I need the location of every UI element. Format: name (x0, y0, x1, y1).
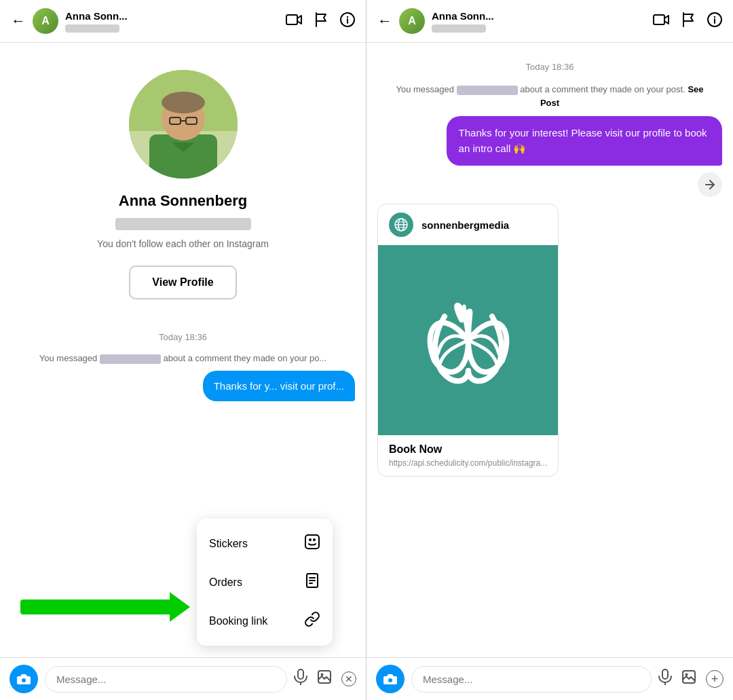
mic-icon-left[interactable] (294, 669, 307, 689)
svg-point-8 (162, 92, 205, 113)
popup-menu: Stickers Orders (197, 519, 333, 646)
svg-point-19 (22, 678, 26, 682)
blurred-name-right (457, 86, 518, 95)
right-header: ← A Anna Sonn... (366, 0, 733, 43)
svg-point-13 (309, 538, 312, 541)
left-header: ← A Anna Sonn... (0, 0, 366, 43)
gallery-icon-right[interactable] (681, 669, 696, 688)
right-message-area: Today 18:36 You messaged about a comment… (366, 43, 733, 657)
orders-icon (304, 572, 320, 592)
stickers-icon (304, 534, 320, 553)
svg-rect-20 (298, 669, 303, 679)
popup-booking-link[interactable]: Booking link (197, 602, 333, 640)
right-panel: ← A Anna Sonn... (366, 0, 733, 700)
system-text-before: You messaged (39, 353, 98, 363)
video-icon-left[interactable] (286, 14, 302, 29)
svg-point-14 (313, 538, 316, 541)
green-arrow (20, 592, 190, 622)
blurred-name-left (100, 354, 161, 364)
close-icon-left[interactable]: ✕ (341, 671, 356, 686)
flag-icon-right[interactable] (681, 12, 695, 31)
svg-rect-24 (654, 15, 664, 24)
orders-label: Orders (209, 576, 242, 589)
link-card-name: sonnenbergmedia (421, 219, 509, 231)
avatar-image-left: A (33, 8, 58, 34)
header-info-right: Anna Sonn... (432, 10, 646, 33)
right-timestamp: Today 18:36 (377, 62, 722, 72)
svg-point-27 (714, 16, 715, 17)
system-text-after: about a comment they made on your po... (164, 353, 327, 363)
svg-point-3 (347, 16, 348, 17)
message-input-right[interactable] (411, 666, 652, 693)
info-icon-right[interactable] (707, 12, 722, 31)
profile-section: Anna Sonnenberg You don't follow each ot… (0, 43, 366, 313)
right-system-message: You messaged about a comment they made o… (377, 83, 722, 109)
header-icons-right (653, 12, 722, 31)
header-sub-left (65, 24, 119, 33)
svg-rect-6 (149, 134, 217, 179)
camera-button-right[interactable] (376, 665, 405, 693)
header-icons-left (286, 12, 355, 31)
profile-name: Anna Sonnenberg (119, 192, 247, 210)
left-bubble-sent: Thanks for y... visit our prof... (203, 371, 355, 401)
svg-point-33 (388, 678, 392, 682)
arrow-head (170, 592, 190, 622)
right-system-text-before: You messaged (396, 84, 454, 94)
link-card-header: sonnenbergmedia (378, 204, 558, 245)
profile-username-bar (115, 218, 251, 230)
left-panel: ← A Anna Sonn... (0, 0, 366, 700)
plus-icon-right[interactable]: + (706, 670, 723, 688)
right-input-area: + (366, 657, 733, 700)
svg-rect-0 (286, 15, 297, 24)
header-info-left: Anna Sonn... (65, 10, 279, 33)
link-card-url: https://api.schedulicity.com/public/inst… (389, 458, 547, 468)
video-icon-right[interactable] (653, 14, 669, 29)
forward-area (698, 172, 722, 197)
right-system-text-after: about a comment they made on your post. (520, 84, 685, 94)
mic-icon-right[interactable] (658, 669, 672, 689)
profile-follow-text: You don't follow each other on Instagram (97, 238, 269, 249)
booking-link-icon (304, 611, 320, 631)
profile-big-avatar (129, 70, 238, 179)
popup-orders[interactable]: Orders (197, 563, 333, 602)
flag-icon-left[interactable] (314, 12, 328, 31)
forward-icon[interactable] (698, 172, 722, 197)
header-avatar-left: A (33, 8, 58, 34)
info-icon-left[interactable] (340, 12, 355, 31)
header-sub-right (432, 24, 486, 33)
back-button-right[interactable]: ← (377, 12, 392, 30)
message-input-left[interactable] (45, 666, 287, 693)
booking-link-label: Booking link (209, 615, 267, 627)
link-card[interactable]: sonnenbergmedia (377, 204, 559, 477)
view-profile-button[interactable]: View Profile (129, 265, 236, 299)
avatar-image-right: A (399, 8, 425, 34)
header-name-right: Anna Sonn... (432, 10, 646, 22)
svg-rect-34 (662, 669, 668, 679)
book-now-label: Book Now (389, 443, 547, 456)
camera-button-left[interactable] (10, 665, 38, 693)
link-card-globe-icon (389, 213, 413, 237)
input-icons-left: ✕ (294, 669, 356, 689)
right-bubble-sent: Thanks for your interest! Please visit o… (447, 116, 722, 166)
link-card-footer: Book Now https://api.schedulicity.com/pu… (378, 435, 558, 476)
arrow-line (20, 600, 170, 614)
input-icons-right: + (658, 669, 723, 689)
left-timestamp: Today 18:36 (11, 332, 355, 342)
left-input-area: ✕ (0, 657, 366, 700)
back-button-left[interactable]: ← (11, 12, 26, 30)
header-name-left: Anna Sonn... (65, 10, 279, 22)
svg-point-37 (685, 674, 688, 676)
header-avatar-right: A (399, 8, 425, 34)
popup-stickers[interactable]: Stickers (197, 524, 333, 563)
gallery-icon-left[interactable] (317, 669, 332, 688)
svg-point-23 (321, 674, 324, 676)
stickers-label: Stickers (209, 538, 248, 550)
left-system-message: You messaged about a comment they made o… (11, 352, 355, 365)
svg-rect-12 (305, 535, 319, 549)
link-card-image (378, 245, 558, 435)
